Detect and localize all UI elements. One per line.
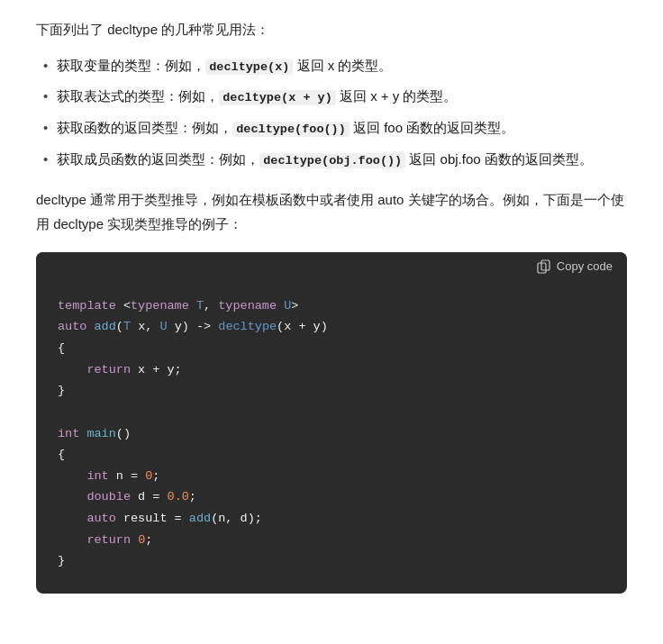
copy-icon [537,259,551,274]
bullet-suffix-1: 返回 x 的类型。 [293,58,392,73]
code-block-container: Copy code template <typename T, typename… [36,252,627,594]
bullet-code-1: decltype(x) [205,59,293,75]
bullet-prefix-2: 获取表达式的类型：例如， [57,88,219,104]
bullet-text-3: 获取函数的返回类型：例如，decltype(foo()) 返回 foo 函数的返… [57,116,514,141]
bullet-item-2: 获取表达式的类型：例如，decltype(x + y) 返回 x + y 的类型… [43,85,627,109]
bullet-text-1: 获取变量的类型：例如，decltype(x) 返回 x 的类型。 [57,54,392,78]
bullet-suffix-4: 返回 obj.foo 函数的返回类型。 [405,151,593,167]
bullet-list: 获取变量的类型：例如，decltype(x) 返回 x 的类型。 获取表达式的类… [43,54,627,173]
bullet-prefix-4: 获取成员函数的返回类型：例如， [57,151,259,167]
section-heading: 下面列出了 decltype 的几种常见用法： [36,18,627,41]
bullet-suffix-2: 返回 x + y 的类型。 [336,88,458,104]
bullet-text-4: 获取成员函数的返回类型：例如，decltype(obj.foo()) 返回 ob… [57,148,592,172]
code-block-header: Copy code [36,252,627,281]
bullet-code-2: decltype(x + y) [219,90,336,105]
bullet-text-2: 获取表达式的类型：例如，decltype(x + y) 返回 x + y 的类型… [57,85,457,109]
bullet-suffix-3: 返回 foo 函数的返回类型。 [350,120,514,135]
copy-label: Copy code [557,259,613,273]
bullet-item-3: 获取函数的返回类型：例如，decltype(foo()) 返回 foo 函数的返… [43,116,627,141]
code-block-body: template <typename T, typename U> auto a… [36,281,627,594]
summary-paragraph: decltype 通常用于类型推导，例如在模板函数中或者使用 auto 关键字的… [36,188,627,236]
bullet-code-3: decltype(foo()) [232,122,350,137]
bullet-item-1: 获取变量的类型：例如，decltype(x) 返回 x 的类型。 [43,54,627,78]
bullet-item-4: 获取成员函数的返回类型：例如，decltype(obj.foo()) 返回 ob… [43,148,627,172]
bullet-prefix-3: 获取函数的返回类型：例如， [57,120,232,135]
copy-code-button[interactable]: Copy code [537,259,613,274]
bullet-prefix-1: 获取变量的类型：例如， [57,58,205,73]
bullet-code-4: decltype(obj.foo()) [259,153,405,168]
